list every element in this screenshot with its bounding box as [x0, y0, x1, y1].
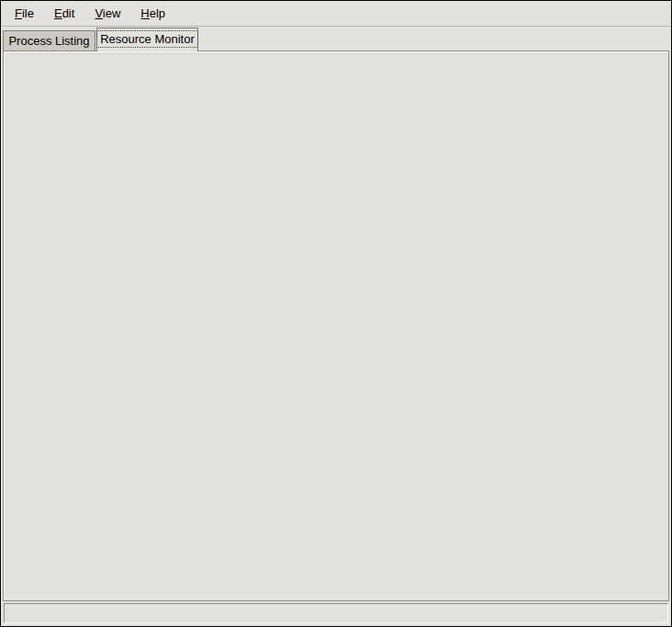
menu-file[interactable]: File — [5, 2, 44, 26]
resource-monitor-page — [3, 50, 669, 601]
tab-strip: Process Listing Resource Monitor — [2, 28, 670, 51]
menu-bar: File Edit View Help — [2, 2, 670, 27]
tab-process-listing[interactable]: Process Listing — [3, 30, 95, 51]
status-bar — [4, 603, 668, 623]
system-monitor-window: File Edit View Help Process Listing Reso… — [0, 0, 672, 627]
menu-edit[interactable]: Edit — [44, 2, 84, 26]
menu-view[interactable]: View — [84, 2, 130, 26]
menu-help[interactable]: Help — [130, 2, 175, 26]
tab-resource-monitor[interactable]: Resource Monitor — [96, 28, 198, 51]
